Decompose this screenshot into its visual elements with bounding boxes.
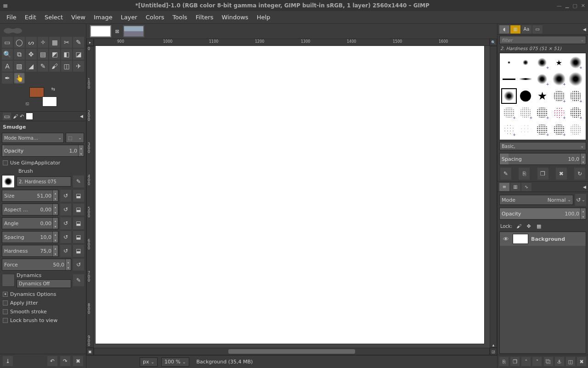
brush-item[interactable]: + [568,89,583,103]
lock-brush-checkbox[interactable]: Lock brush to view [2,316,84,325]
angle-reset-icon[interactable]: ↺ [60,217,71,229]
panel-menu-icon[interactable]: ◀ [583,185,586,189]
brush-item[interactable]: ★ [535,89,549,103]
brush-item[interactable]: + [552,72,566,86]
brush-item[interactable]: + [568,105,583,120]
tab-patterns[interactable]: ▥ [510,25,520,34]
maximize-icon[interactable]: ▢ [572,3,577,9]
hardness-input[interactable]: Hardness 75,0 ▴▾ [2,245,58,257]
indicator-undo-icon[interactable]: ↶ [20,113,24,119]
device-status-icon[interactable]: ▭ [3,113,11,120]
spacing-input[interactable]: Spacing 10,0 ▴▾ [2,231,58,243]
brush-item[interactable] [568,72,583,86]
angle-spinner[interactable]: ▴▾ [52,218,58,229]
dynamics-edit-icon[interactable]: ✎ [73,274,84,286]
tool-bucket[interactable]: ▧ [14,61,25,72]
hardness-spinner[interactable]: ▴▾ [52,245,58,256]
use-applicator-checkbox[interactable]: Use GimpApplicator [2,159,84,167]
app-menu-icon[interactable]: ≡ [3,2,8,9]
spacing-link-icon[interactable]: ⬓ [73,231,84,243]
tab-layers[interactable]: ≡ [499,183,509,191]
brush-item[interactable]: + [502,105,516,120]
brush-item[interactable]: + [535,55,549,70]
smooth-stroke-checkbox[interactable]: Smooth stroke [2,307,84,316]
tool-zoom[interactable]: 🔍 [2,49,13,60]
layer-new-icon[interactable]: ⎘ [499,357,509,366]
brush-item[interactable] [518,122,533,137]
layer-delete-icon[interactable]: ✖ [577,357,586,366]
layer-row[interactable]: 👁 Background [500,232,586,246]
layer-anchor-icon[interactable]: ⚓ [555,357,564,366]
canvas[interactable] [96,46,484,344]
tool-handle[interactable]: ◪ [73,49,84,60]
hardness-reset-icon[interactable]: ↺ [60,245,71,257]
layer-thumbnail[interactable] [513,234,528,244]
brush-refresh-icon[interactable]: ↻ [574,168,585,180]
brush-item[interactable]: + [552,122,566,137]
delete-preset-icon[interactable]: ✖ [73,356,83,366]
menu-windows[interactable]: Windows [218,12,252,23]
foreground-color[interactable] [29,87,44,97]
horizontal-scrollbar[interactable] [94,348,490,355]
layer-visibility-icon[interactable]: 👁 [502,236,510,243]
menu-filters[interactable]: Filters [192,12,217,23]
force-spinner[interactable]: ▴▾ [65,259,71,270]
ruler-horizontal[interactable]: 900 1000 1100 1200 1300 1400 1500 1600 [94,39,490,46]
scroll-up-icon[interactable]: ▴ [492,343,495,347]
tab-channels[interactable]: ▥ [510,183,520,191]
blend-mode-select[interactable]: Mode Norma… ⌄ [2,133,64,143]
layer-down-icon[interactable]: ˅ [532,357,542,366]
aspect-link-icon[interactable]: ⬓ [73,204,84,215]
menu-image[interactable]: Image [90,12,116,23]
menu-help[interactable]: Help [253,12,274,23]
layer-mode-select[interactable]: Mode Normal ⌄ [499,195,573,205]
tool-smudge[interactable]: 👆 [14,73,25,84]
lock-position-icon[interactable]: ✥ [525,222,532,230]
tool-ink[interactable]: ✒ [2,73,13,84]
angle-input[interactable]: Angle 0,00 ▴▾ [2,217,58,229]
undo-preset-icon[interactable]: ↶ [47,356,57,366]
spacing-spinner[interactable]: ▴▾ [52,232,58,243]
brush-new-icon[interactable]: ⎘ [519,168,530,180]
menu-view[interactable]: View [68,12,89,23]
tool-crop[interactable]: ◩ [49,49,60,60]
tool-foreground[interactable]: ✎ [73,37,84,48]
size-spinner[interactable]: ▴▾ [52,190,58,201]
close-tab-icon[interactable]: ⊠ [114,28,120,34]
scrollbar-thumb[interactable] [228,349,355,354]
brush-item[interactable]: + [535,122,549,137]
indicator-swatch[interactable] [26,113,33,120]
force-reset-icon[interactable]: ↺ [73,259,84,271]
brush-item[interactable]: ★ [552,55,566,70]
tool-eraser[interactable]: ◫ [61,61,72,72]
layer-name[interactable]: Background [531,236,565,242]
background-color[interactable] [42,96,57,107]
lock-alpha-icon[interactable]: ▦ [535,222,543,230]
ruler-origin-icon[interactable]: ▸ [86,39,94,46]
menu-tools[interactable]: Tools [169,12,191,23]
brush-duplicate-icon[interactable]: ❐ [537,168,548,180]
brush-item[interactable]: + [535,105,549,120]
brush-edit-icon[interactable]: ✎ [73,176,84,187]
layer-duplicate-icon[interactable]: ⿻ [544,357,553,366]
tool-free-select[interactable]: ᔕ [26,37,37,48]
ruler-vertical[interactable]: 0 100 200 300 400 500 600 700 800 900 [86,46,94,348]
quickmask-icon[interactable]: ▣ [86,348,94,355]
tool-measure[interactable]: ⧉ [14,49,25,60]
apply-jitter-checkbox[interactable]: Apply jitter [2,299,84,307]
menu-layer[interactable]: Layer [117,12,141,23]
zoom-select[interactable]: 100 %⌄ [161,357,189,367]
brush-item-selected[interactable] [502,89,516,103]
lock-pixels-icon[interactable]: 🖌 [515,222,522,230]
tool-gradient[interactable]: ◢ [26,61,37,72]
tool-align[interactable]: ▤ [38,49,49,60]
menu-file[interactable]: File [3,12,20,23]
brush-item[interactable] [518,55,533,70]
dynamics-preview[interactable] [2,274,15,287]
brush-filter-input[interactable]: filter ⌄ [499,36,586,44]
brush-item[interactable]: + [552,105,566,120]
tool-pencil[interactable]: ✎ [38,61,49,72]
spacing-reset-icon[interactable]: ↺ [60,231,71,243]
tool-by-color[interactable]: ▦ [49,37,60,48]
menu-select[interactable]: Select [41,12,67,23]
